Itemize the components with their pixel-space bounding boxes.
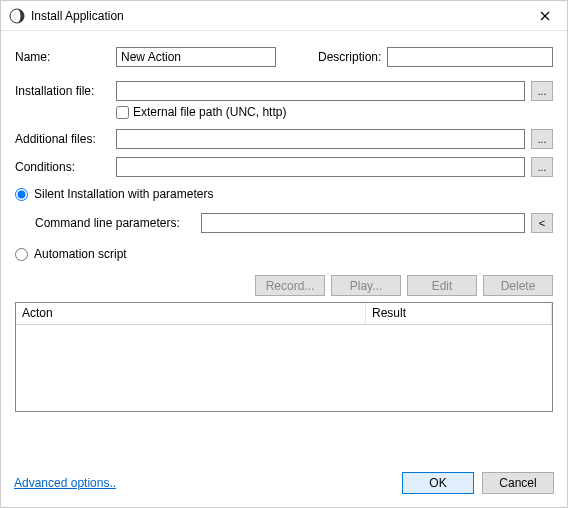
automation-script-label: Automation script <box>34 247 127 261</box>
table-header: Acton Result <box>16 303 552 325</box>
conditions-label: Conditions: <box>15 160 110 174</box>
col-result-header[interactable]: Result <box>366 303 552 324</box>
additional-files-input[interactable] <box>116 129 525 149</box>
install-file-input[interactable] <box>116 81 525 101</box>
app-icon <box>9 8 25 24</box>
cmd-params-input[interactable] <box>201 213 525 233</box>
window-title: Install Application <box>31 9 522 23</box>
conditions-input[interactable] <box>116 157 525 177</box>
description-input[interactable] <box>387 47 553 67</box>
external-path-label: External file path (UNC, http) <box>133 105 286 119</box>
name-label: Name: <box>15 50 110 64</box>
silent-install-radio[interactable] <box>15 188 28 201</box>
silent-install-label: Silent Installation with parameters <box>34 187 213 201</box>
name-input[interactable] <box>116 47 276 67</box>
advanced-options-link[interactable]: Advanced options.. <box>14 476 116 490</box>
cmd-params-label: Command line parameters: <box>35 216 195 230</box>
dialog-content: Name: Description: Installation file: ..… <box>1 31 567 412</box>
external-path-checkbox[interactable] <box>116 106 129 119</box>
edit-button[interactable]: Edit <box>407 275 477 296</box>
conditions-browse-button[interactable]: ... <box>531 157 553 177</box>
col-action-header[interactable]: Acton <box>16 303 366 324</box>
actions-table: Acton Result <box>15 302 553 412</box>
dialog-footer: Advanced options.. OK Cancel <box>0 462 568 508</box>
additional-files-label: Additional files: <box>15 132 110 146</box>
titlebar: Install Application <box>1 1 567 31</box>
automation-script-radio[interactable] <box>15 248 28 261</box>
install-file-browse-button[interactable]: ... <box>531 81 553 101</box>
play-button[interactable]: Play... <box>331 275 401 296</box>
ok-button[interactable]: OK <box>402 472 474 494</box>
close-button[interactable] <box>522 1 567 31</box>
cancel-button[interactable]: Cancel <box>482 472 554 494</box>
install-file-label: Installation file: <box>15 84 110 98</box>
record-button[interactable]: Record... <box>255 275 325 296</box>
additional-files-browse-button[interactable]: ... <box>531 129 553 149</box>
description-label: Description: <box>318 50 381 64</box>
cmd-params-collapse-button[interactable]: < <box>531 213 553 233</box>
delete-button[interactable]: Delete <box>483 275 553 296</box>
